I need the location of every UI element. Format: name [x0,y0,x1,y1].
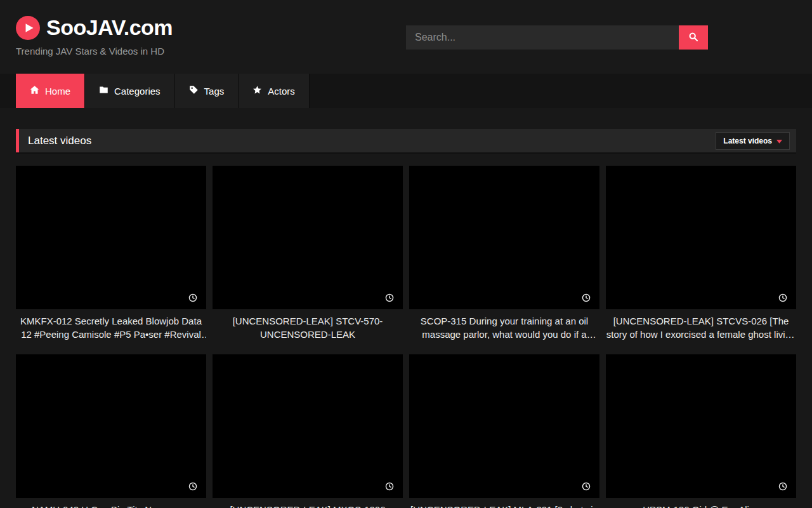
video-grid: KMKFX-012 Secretly Leaked Blowjob Data 1… [16,166,796,508]
search-input[interactable] [406,25,679,50]
site-tagline: Trending JAV Stars & Videos in HD [16,46,173,57]
video-card: NAMH-042 H Cup Big Tits Newcomer (170cm … [16,354,206,508]
nav-item-tags[interactable]: Tags [175,74,239,108]
video-thumbnail[interactable] [606,166,796,309]
clock-icon [385,482,394,491]
video-thumbnail[interactable] [409,166,599,309]
clock-icon [582,482,591,491]
site-header: SooJAV.com Trending JAV Stars & Videos i… [0,0,812,74]
video-title[interactable]: KMKFX-012 Secretly Leaked Blowjob Data 1… [16,314,206,341]
video-title[interactable]: SCOP-315 During your training at an oil … [409,314,599,341]
video-card: [UNCENSORED-LEAK] STCVS-026 [The story o… [606,166,796,341]
video-title[interactable]: [UNCENSORED-LEAK] MLA-231 [3 shots in [409,503,599,508]
folder-icon [99,85,108,97]
main-content: Latest videos Latest videos KMKFX-012 Se… [0,129,812,508]
site-title[interactable]: SooJAV.com [46,15,173,40]
video-card: HPSM-186 Girl @ Era Alice [606,354,796,508]
video-card: SCOP-315 During your training at an oil … [409,166,599,341]
search-form [406,25,708,50]
video-title[interactable]: NAMH-042 H Cup Big Tits Newcomer (170cm … [16,503,206,508]
main-nav: Home Categories Tags Actors [0,74,812,108]
video-thumbnail[interactable] [213,354,403,498]
play-icon [16,16,40,40]
caret-down-icon [776,137,782,145]
home-icon [30,85,39,97]
video-title[interactable]: [UNCENSORED-LEAK] STCV-570-UNCENSORED-LE… [213,314,403,341]
nav-item-label: Categories [114,86,160,97]
star-icon [252,85,262,97]
clock-icon [188,482,197,491]
sort-dropdown-label: Latest videos [723,137,772,145]
nav-item-label: Tags [204,86,225,97]
clock-icon [778,293,787,302]
video-title[interactable]: [UNCENSORED-LEAK] MXGS-1306 Absolutely [213,503,403,508]
video-thumbnail[interactable] [16,354,206,498]
video-thumbnail[interactable] [409,354,599,498]
tag-icon [189,85,199,97]
search-button[interactable] [679,25,708,50]
nav-item-label: Actors [268,86,295,97]
section-header: Latest videos Latest videos [16,129,796,152]
brand[interactable]: SooJAV.com Trending JAV Stars & Videos i… [16,15,173,57]
search-icon [688,32,698,44]
clock-icon [582,293,591,302]
nav-item-label: Home [45,86,70,97]
video-card: [UNCENSORED-LEAK] MXGS-1306 Absolutely [213,354,403,508]
sort-dropdown[interactable]: Latest videos [716,132,790,150]
video-card: [UNCENSORED-LEAK] MLA-231 [3 shots in [409,354,599,508]
clock-icon [188,293,197,302]
nav-item-home[interactable]: Home [16,74,85,108]
section-title: Latest videos [28,135,91,147]
video-title[interactable]: HPSM-186 Girl @ Era Alice [606,503,796,508]
video-thumbnail[interactable] [606,354,796,498]
video-card: [UNCENSORED-LEAK] STCV-570-UNCENSORED-LE… [213,166,403,341]
video-card: KMKFX-012 Secretly Leaked Blowjob Data 1… [16,166,206,341]
video-title[interactable]: [UNCENSORED-LEAK] STCVS-026 [The story o… [606,314,796,341]
video-thumbnail[interactable] [213,166,403,309]
video-thumbnail[interactable] [16,166,206,309]
clock-icon [385,293,394,302]
nav-item-categories[interactable]: Categories [85,74,175,108]
nav-item-actors[interactable]: Actors [239,74,310,108]
clock-icon [778,482,787,491]
